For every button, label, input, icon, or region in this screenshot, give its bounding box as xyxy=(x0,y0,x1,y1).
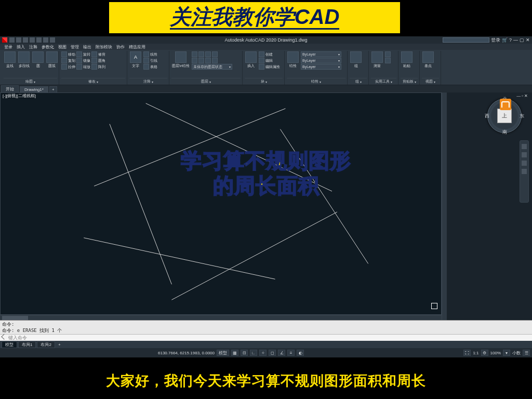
lineweight-dropdown[interactable]: ByLayer xyxy=(301,58,341,63)
tab-addins[interactable]: 附加模块 xyxy=(96,44,112,50)
block-create-icon[interactable] xyxy=(259,51,264,57)
horizontal-scrollbar[interactable] xyxy=(0,315,442,320)
text-button[interactable]: A文字 xyxy=(129,51,142,69)
circle-button[interactable]: 圆 xyxy=(32,51,44,69)
fillet-icon[interactable] xyxy=(91,58,97,63)
close-button[interactable]: ✕ xyxy=(526,37,530,43)
table-icon[interactable] xyxy=(143,64,149,70)
tab-output[interactable]: 输出 xyxy=(83,44,91,50)
util-1-icon[interactable] xyxy=(385,51,391,57)
new-tab-button[interactable]: + xyxy=(49,86,57,92)
osnap-button[interactable]: ◻ xyxy=(269,350,276,356)
copy-icon[interactable] xyxy=(61,58,67,63)
qat-redo-icon[interactable] xyxy=(50,37,55,43)
model-tab[interactable]: 模型 xyxy=(2,341,17,348)
basepoint-button[interactable]: 基点 xyxy=(422,51,434,69)
layer-unlock-icon[interactable] xyxy=(212,58,218,63)
layout2-tab[interactable]: 布局2 xyxy=(37,341,55,348)
color-dropdown[interactable]: ByLayer xyxy=(301,51,341,57)
tab-annotate[interactable]: 注释 xyxy=(29,44,37,50)
layer-iso-icon[interactable] xyxy=(192,58,197,63)
qat-new-icon[interactable] xyxy=(9,37,15,43)
tab-view[interactable]: 视图 xyxy=(58,44,66,50)
nav-orbit-icon[interactable] xyxy=(522,169,527,174)
tab-manage[interactable]: 管理 xyxy=(71,44,79,50)
vertical-scrollbar[interactable] xyxy=(442,92,447,320)
group-button[interactable]: 组 xyxy=(350,51,362,69)
stretch-icon[interactable] xyxy=(61,64,67,70)
array-icon[interactable] xyxy=(91,64,97,70)
qat-saveas-icon[interactable] xyxy=(30,37,35,43)
anno-scale-value[interactable]: 1:1 xyxy=(473,351,478,355)
paste-button[interactable]: 粘贴 xyxy=(401,51,413,69)
qat-open-icon[interactable] xyxy=(16,37,21,43)
qat-undo-icon[interactable] xyxy=(43,37,48,43)
grid-button[interactable]: ▦ xyxy=(231,350,238,356)
drawing1-tab[interactable]: Drawing1* xyxy=(20,86,48,92)
minimize-button[interactable]: — xyxy=(513,37,518,43)
measure-button[interactable]: 测量 xyxy=(371,51,383,69)
login-label[interactable]: 登录 xyxy=(491,37,500,44)
drawing-canvas[interactable] xyxy=(0,92,442,315)
transparency-button[interactable]: ◐ xyxy=(297,350,304,356)
help-icon[interactable]: ? xyxy=(509,37,512,43)
maximize-button[interactable]: ▢ xyxy=(520,37,524,43)
lwt-button[interactable]: ≡ xyxy=(287,350,295,356)
polyline-button[interactable]: 多段线 xyxy=(18,51,30,69)
tab-parametric[interactable]: 参数化 xyxy=(42,44,54,50)
qat-plot-icon[interactable] xyxy=(36,37,42,43)
add-layout-button[interactable]: + xyxy=(56,342,63,347)
qat-save-icon[interactable] xyxy=(23,37,28,43)
layer-freeze-icon[interactable] xyxy=(198,51,204,57)
units-label[interactable]: 小数 xyxy=(512,350,521,356)
tab-home[interactable]: 登录 xyxy=(4,44,12,50)
help-search-input[interactable] xyxy=(443,37,489,43)
nav-wheel-icon[interactable] xyxy=(522,144,527,149)
viewcube-top-face[interactable]: 上 xyxy=(497,109,512,123)
modelspace-button[interactable]: 模型 xyxy=(217,350,229,356)
polar-button[interactable]: ✧ xyxy=(259,350,267,356)
line-button[interactable]: 直线 xyxy=(4,51,16,69)
block-attr-icon[interactable] xyxy=(259,64,264,70)
layer-properties-button[interactable]: 图层\n特性 xyxy=(171,51,190,69)
zoom-value[interactable]: 100% xyxy=(490,351,501,355)
snap-button[interactable]: ⊡ xyxy=(241,350,248,356)
scale-icon[interactable] xyxy=(76,64,82,70)
cart-icon[interactable]: 🛒 xyxy=(502,37,508,43)
layout1-tab[interactable]: 布局1 xyxy=(18,341,36,348)
layer-on-icon[interactable] xyxy=(192,51,197,57)
layer-lock-icon[interactable] xyxy=(205,51,211,57)
start-tab[interactable]: 开始 xyxy=(1,85,19,92)
autocad-logo-icon[interactable] xyxy=(2,37,7,43)
tab-insert[interactable]: 插入 xyxy=(17,44,25,50)
gear-icon[interactable]: ⚙ xyxy=(481,350,488,356)
layer-thaw-icon[interactable] xyxy=(205,58,211,63)
workspace-button[interactable]: ▾ xyxy=(503,350,510,356)
viewport-label[interactable]: [-][俯视][二维线框] xyxy=(2,93,37,99)
rotate-icon[interactable] xyxy=(76,51,82,57)
util-2-icon[interactable] xyxy=(385,58,391,63)
customization-button[interactable]: ☰ xyxy=(523,350,530,356)
block-edit-icon[interactable] xyxy=(259,58,264,63)
tab-collab[interactable]: 协作 xyxy=(116,44,125,50)
match-properties-button[interactable]: 特性 xyxy=(287,51,299,69)
ortho-button[interactable]: ∟ xyxy=(250,350,257,356)
block-insert-button[interactable]: 插入 xyxy=(245,51,257,69)
coordinates-readout[interactable]: 6130.7664, 6215.1983, 0.0000 xyxy=(158,351,215,355)
move-icon[interactable] xyxy=(61,51,67,57)
tab-featured[interactable]: 精选应用 xyxy=(129,44,145,50)
nav-pan-icon[interactable] xyxy=(522,152,527,157)
nav-zoom-icon[interactable] xyxy=(522,161,527,166)
layer-state-dropdown[interactable]: 未保存的图层状态 xyxy=(192,64,232,70)
arc-button[interactable]: 圆弧 xyxy=(46,51,58,69)
command-input[interactable]: 键入命令 xyxy=(0,334,532,341)
otrack-button[interactable]: ∠ xyxy=(278,350,285,356)
mirror-icon[interactable] xyxy=(76,58,82,63)
dim-linear-icon[interactable] xyxy=(143,51,149,57)
vp-close-icon[interactable]: ✕ xyxy=(524,94,528,98)
linetype-dropdown[interactable]: ByLayer xyxy=(301,64,341,70)
share-badge-icon[interactable] xyxy=(500,99,511,110)
trim-icon[interactable] xyxy=(91,51,97,57)
layer-off-icon[interactable] xyxy=(198,58,204,63)
leader-icon[interactable] xyxy=(143,58,149,63)
